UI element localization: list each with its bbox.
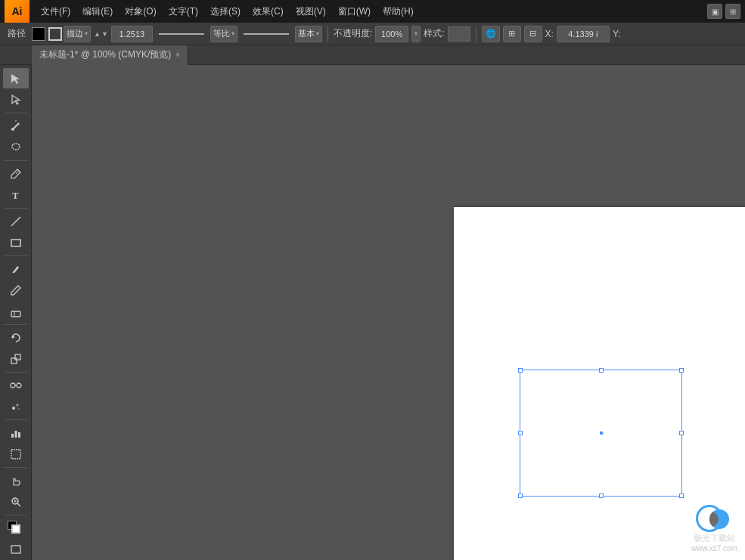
svg-line-7	[11, 217, 20, 226]
stroke-type-combo[interactable]: 描边 ▾	[64, 26, 91, 42]
stroke-up-down: ▲ ▼	[94, 30, 108, 38]
line-proportion-combo[interactable]: 等比 ▾	[210, 26, 237, 42]
text-tool-btn[interactable]: T	[3, 184, 29, 205]
titlebar-btn2[interactable]: ⊞	[725, 4, 740, 19]
artboard-btn[interactable]	[3, 444, 29, 465]
watermark-site: 极光下载站	[694, 533, 735, 544]
brush-tool-btn[interactable]	[3, 258, 29, 279]
line-proportion-label: 等比	[213, 28, 230, 39]
eraser-tool-btn[interactable]	[3, 302, 29, 322]
path-label: 路径	[5, 27, 29, 40]
titlebar-btn1[interactable]: ▣	[707, 4, 722, 19]
menu-view[interactable]: 视图(V)	[290, 4, 331, 20]
align-btn[interactable]: ⊟	[524, 26, 542, 42]
svg-point-4	[12, 144, 20, 150]
selection-rectangle[interactable]	[520, 370, 682, 497]
document-tab[interactable]: 未标题-1* @ 100% (CMYK/预览) ×	[32, 45, 188, 65]
svg-point-15	[17, 383, 21, 388]
blend-tool-btn[interactable]	[3, 375, 29, 395]
watermark-url: www.xz7.com	[691, 544, 737, 552]
canvas-area: 极光下载站 www.xz7.com	[32, 65, 745, 560]
zoom-tool-btn[interactable]	[3, 492, 29, 512]
handle-bottom-right[interactable]	[679, 493, 684, 498]
handle-bottom-left[interactable]	[518, 493, 523, 498]
title-bar-controls: ▣ ⊞	[707, 4, 740, 19]
x-value-input[interactable]	[557, 26, 610, 42]
line-style-preview	[159, 33, 204, 35]
svg-rect-12	[11, 358, 17, 364]
handle-middle-right[interactable]	[679, 431, 684, 435]
svg-line-5	[16, 171, 19, 174]
opacity-label: 不透明度:	[334, 27, 372, 40]
tool-sep4	[5, 255, 27, 256]
menu-window[interactable]: 窗口(W)	[333, 4, 376, 20]
menu-effect[interactable]: 效果(C)	[247, 4, 289, 20]
divider1	[327, 26, 328, 42]
scale-tool-btn[interactable]	[3, 349, 29, 370]
menu-select[interactable]: 选择(S)	[205, 4, 246, 20]
fill-swatch[interactable]	[32, 27, 45, 41]
pencil-tool-btn[interactable]	[3, 280, 29, 300]
direct-selection-btn[interactable]	[3, 89, 29, 110]
svg-point-17	[12, 407, 15, 410]
menu-file[interactable]: 文件(F)	[36, 4, 76, 20]
opacity-combo[interactable]: ▾	[411, 26, 421, 42]
line-tool-btn[interactable]	[3, 211, 29, 231]
svg-rect-23	[11, 450, 20, 459]
svg-point-18	[16, 404, 18, 407]
menu-edit[interactable]: 编辑(E)	[77, 4, 118, 20]
pen-tool-btn[interactable]	[3, 163, 29, 184]
line-type-label: 基本	[298, 28, 315, 39]
line-type-combo[interactable]: 基本 ▾	[295, 26, 322, 42]
handle-top-right[interactable]	[679, 368, 684, 373]
tab-title: 未标题-1* @ 100% (CMYK/预览)	[39, 48, 171, 61]
handle-bottom-center[interactable]	[599, 493, 604, 498]
tool-sep2	[5, 160, 27, 161]
line-proportion-arrow: ▾	[231, 30, 234, 37]
tool-sep8	[5, 467, 27, 468]
handle-top-center[interactable]	[599, 368, 604, 373]
column-graph-btn[interactable]	[3, 422, 29, 443]
globe-btn[interactable]: 🌐	[482, 26, 500, 42]
menu-object[interactable]: 对象(O)	[120, 4, 161, 20]
tool-sep9	[5, 515, 27, 515]
tool-sep5	[5, 324, 27, 325]
magic-wand-btn[interactable]	[3, 116, 29, 136]
svg-point-19	[18, 408, 20, 410]
svg-point-14	[11, 383, 15, 388]
tab-close-btn[interactable]: ×	[175, 51, 180, 59]
rotate-tool-btn[interactable]	[3, 327, 29, 348]
stroke-down[interactable]: ▼	[101, 30, 108, 38]
menu-bar: 文件(F) 编辑(E) 对象(O) 文字(T) 选择(S) 效果(C) 视图(V…	[36, 4, 701, 20]
main-area: T	[0, 65, 745, 560]
svg-rect-22	[18, 432, 20, 438]
handle-middle-left[interactable]	[518, 431, 523, 435]
grid-btn[interactable]: ⊞	[503, 26, 521, 42]
opacity-input[interactable]	[375, 26, 408, 42]
symbol-spray-btn[interactable]	[3, 397, 29, 417]
selection-tool-btn[interactable]	[3, 68, 29, 88]
tab-bar: 未标题-1* @ 100% (CMYK/预览) ×	[0, 45, 745, 65]
handle-top-left[interactable]	[518, 368, 523, 373]
line-type-arrow: ▾	[316, 30, 319, 37]
svg-rect-21	[14, 431, 17, 438]
hand-tool-btn[interactable]	[3, 470, 29, 490]
screen-mode-btn[interactable]	[3, 540, 29, 560]
style-label: 样式:	[424, 27, 444, 40]
fill-stroke-btn[interactable]	[3, 518, 29, 538]
svg-rect-8	[11, 240, 20, 246]
svg-line-25	[17, 503, 20, 506]
divider2	[476, 26, 476, 42]
lasso-btn[interactable]	[3, 137, 29, 157]
svg-marker-11	[12, 336, 15, 339]
style-box[interactable]	[448, 26, 470, 42]
menu-text[interactable]: 文字(T)	[163, 4, 203, 20]
stroke-up[interactable]: ▲	[94, 30, 101, 38]
left-toolbar: T	[0, 65, 32, 560]
stroke-mode-group: 描边 ▾	[48, 26, 91, 42]
menu-help[interactable]: 帮助(H)	[377, 4, 419, 20]
line-style2-preview	[244, 33, 289, 35]
rect-tool-btn[interactable]	[3, 232, 29, 252]
stroke-value-input[interactable]	[111, 26, 153, 42]
stroke-box[interactable]	[48, 27, 62, 41]
